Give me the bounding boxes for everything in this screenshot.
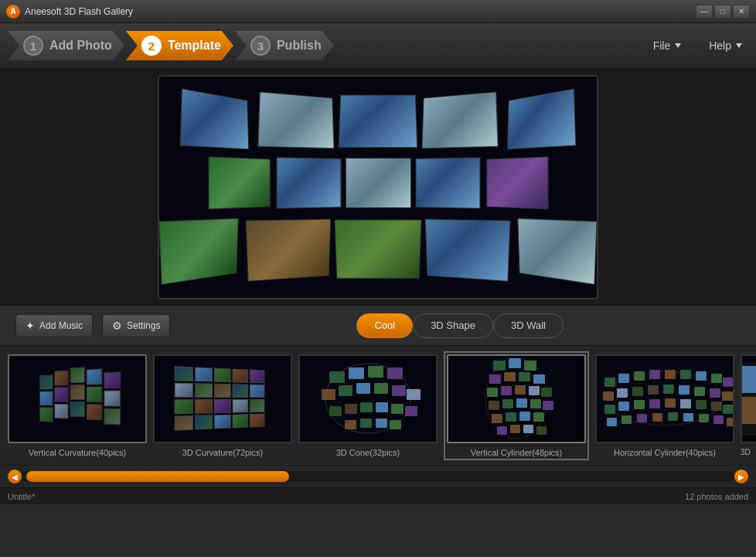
svg-rect-74 [723,405,734,414]
nav-steps: 1 Add Photo 2 Template 3 Publish [8,31,647,60]
template-item-5[interactable]: 3D [741,354,756,456]
svg-rect-10 [407,389,421,400]
svg-rect-86 [741,366,756,393]
title-bar: A Aneesoft 3D Flash Gallery — □ ✕ [0,0,756,23]
svg-rect-55 [711,374,722,383]
svg-rect-18 [360,419,372,428]
mini-gallery-2 [300,356,436,442]
svg-rect-12 [345,404,357,414]
svg-rect-58 [617,388,628,398]
step-template[interactable]: 2 Template [126,31,233,60]
close-button[interactable]: ✕ [733,5,750,19]
status-bar: Untitle* 12 photos added [0,487,756,504]
svg-rect-29 [487,388,498,397]
help-menu[interactable]: Help [703,36,748,55]
svg-rect-57 [603,391,614,401]
svg-rect-72 [696,400,707,409]
minimize-button[interactable]: — [696,5,713,19]
thumb-8 [346,158,411,208]
svg-rect-89 [741,397,756,424]
svg-rect-20 [390,420,401,429]
svg-rect-9 [392,385,406,396]
template-item-0[interactable]: Vertical Curvature(40pics) [8,354,147,457]
svg-rect-25 [489,374,501,384]
svg-rect-53 [680,370,691,379]
thumb-3 [339,95,417,149]
file-menu-arrow [675,43,681,48]
svg-rect-62 [679,385,690,395]
step2-num: 2 [141,36,162,56]
file-menu[interactable]: File [647,36,688,55]
svg-rect-6 [339,385,352,396]
mini-gallery-4 [597,356,733,442]
template-item-2[interactable]: 3D Cone(32pics) [298,354,438,457]
thumb-12 [246,219,332,282]
mini-gallery-5 [742,356,756,442]
svg-rect-31 [515,385,526,395]
svg-rect-68 [634,400,645,409]
thumb-1 [180,88,249,149]
svg-rect-11 [329,406,342,416]
thumb-15 [517,218,597,285]
add-music-button[interactable]: ✦ Add Music [15,314,93,337]
svg-rect-73 [711,402,722,411]
svg-rect-30 [501,386,512,395]
svg-rect-32 [529,386,540,395]
svg-rect-49 [618,374,629,383]
template-label-3: Vertical Cylinder(48pics) [471,448,563,457]
step-publish[interactable]: 3 Publish [235,31,334,60]
svg-rect-16 [405,406,417,416]
svg-rect-8 [374,383,388,394]
scroll-right-button[interactable]: ▶ [734,470,748,484]
tab-3dshape[interactable]: 3D Shape [413,313,493,338]
template-preview-4 [595,354,734,443]
svg-rect-70 [665,398,676,408]
svg-rect-37 [530,399,541,408]
thumb-9 [415,157,480,209]
preview-area [0,70,756,306]
app-icon: A [6,5,20,19]
svg-rect-78 [652,413,662,422]
scroll-left-button[interactable]: ◀ [8,470,22,484]
step1-num: 1 [23,36,43,56]
nav-right: File Help [647,36,748,55]
svg-rect-48 [604,378,615,387]
template-item-3[interactable]: Vertical Cylinder(48pics) [444,351,589,460]
gallery-3d-preview [159,77,597,298]
scrollbar-thumb[interactable] [26,471,289,482]
svg-rect-13 [360,402,373,412]
thumb-11 [158,218,238,285]
template-preview-5 [741,354,756,443]
tab-cool[interactable]: Cool [356,313,413,338]
thumb-10 [486,156,548,209]
svg-rect-65 [722,391,733,401]
thumb-5 [507,88,576,149]
template-preview-0 [8,354,147,443]
step-add-photo[interactable]: 1 Add Photo [8,31,124,60]
gallery-row-bot [159,220,597,280]
scrollbar-track[interactable] [22,471,734,482]
template-item-4[interactable]: Horizontal Cylinder(40pics) [595,354,734,457]
template-label-5: 3D [741,448,751,456]
template-item-1[interactable]: 3D Curvature(72pics) [153,354,292,457]
template-label-0: Vertical Curvature(40pics) [29,448,127,457]
svg-rect-50 [634,371,645,381]
svg-rect-19 [376,419,387,428]
svg-rect-42 [533,412,544,422]
template-preview-2 [298,354,438,443]
svg-rect-5 [322,389,335,400]
svg-rect-4 [387,367,403,379]
svg-rect-51 [649,370,660,379]
maximize-button[interactable]: □ [714,5,731,19]
thumb-13 [334,220,421,278]
svg-rect-33 [541,388,552,397]
svg-rect-64 [710,388,720,398]
settings-button[interactable]: ⚙ Settings [102,314,170,337]
svg-rect-46 [536,426,547,435]
svg-rect-3 [368,366,383,378]
svg-rect-34 [489,401,499,410]
svg-rect-24 [524,361,536,371]
scrollbar-area: ◀ ▶ [0,466,756,487]
tab-3dwall[interactable]: 3D Wall [493,313,564,338]
svg-rect-36 [516,398,527,408]
